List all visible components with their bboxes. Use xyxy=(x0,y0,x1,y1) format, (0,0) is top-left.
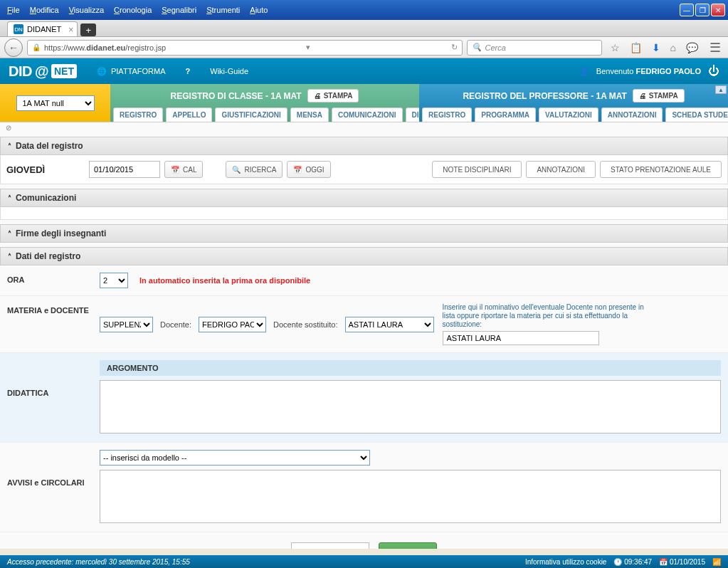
argomento-textarea[interactable] xyxy=(100,380,721,433)
avvisi-textarea[interactable] xyxy=(100,470,721,523)
new-tab-button[interactable]: + xyxy=(80,23,96,36)
docente-select[interactable]: FEDRIGO PAOLO xyxy=(199,317,266,332)
menu-strumenti[interactable]: Strumenti xyxy=(202,4,244,16)
avvisi-label: AVVISI e CIRCOLARI xyxy=(7,450,100,487)
home-icon[interactable]: ⌂ xyxy=(670,42,676,53)
sostituito-select[interactable]: ASTATI LAURA xyxy=(345,317,434,332)
tab-comunicazioni[interactable]: COMUNICAZIONI xyxy=(332,107,403,122)
note-disciplinari-button[interactable]: NOTE DISCIPLINARI xyxy=(432,161,522,178)
oggi-button[interactable]: 📅OGGI xyxy=(287,161,330,178)
section-data-registro[interactable]: ˄ Data del registro xyxy=(0,137,728,155)
bookmark-star-icon[interactable]: ☆ xyxy=(611,42,620,53)
stampa-prof-button[interactable]: 🖨 STAMPA xyxy=(633,89,685,102)
tab-scheda[interactable]: SCHEDA STUDENTE xyxy=(665,107,728,122)
reload-icon[interactable]: ↻ xyxy=(451,43,458,52)
os-titlebar: File Modifica Visualizza Cronologia Segn… xyxy=(0,0,728,20)
tab-programma[interactable]: PROGRAMMA xyxy=(475,107,536,122)
search-icon: 🔍 xyxy=(232,166,241,174)
scroll-up-icon[interactable]: ▲ xyxy=(715,85,727,94)
docente-label: Docente: xyxy=(160,320,191,329)
browser-tab-strip: DN DIDANET × + xyxy=(0,20,728,37)
save-row: ✓ SALVA xyxy=(0,532,728,549)
registro-bands: 1A MAT null REGISTRO DI CLASSE - 1A MAT … xyxy=(0,84,728,122)
url-text: https://www.didanet.eu/registro.jsp xyxy=(44,43,166,52)
avvisi-row: AVVISI e CIRCOLARI -- inserisci da model… xyxy=(0,443,728,532)
tab-close-icon[interactable]: × xyxy=(68,25,73,35)
materia-row: MATERIA e DOCENTE SUPPLENZA Docente: FED… xyxy=(0,296,728,353)
logo-at: @ xyxy=(35,63,48,80)
power-icon[interactable]: ⏻ xyxy=(708,65,719,78)
toolbar-icons: ☆ 📋 ⬇ ⌂ 💬 xyxy=(606,42,702,53)
menu-visualizza[interactable]: Visualizza xyxy=(65,4,108,16)
wiki-link[interactable]: Wiki-Guide xyxy=(210,67,248,75)
maximize-button[interactable]: ❐ xyxy=(695,4,709,16)
section-firme[interactable]: ˄ Firme degli insegnanti xyxy=(0,224,728,243)
tab-annotazioni[interactable]: ANNOTAZIONI xyxy=(601,107,663,122)
data-registro-body: GIOVEDÌ 📅CAL 🔍RICERCA 📅OGGI NOTE DISCIPL… xyxy=(0,155,728,184)
close-button[interactable]: ✕ xyxy=(711,4,725,16)
tab-registro-prof[interactable]: REGISTRO xyxy=(422,107,472,122)
prof-tabs: REGISTRO PROGRAMMA VALUTAZIONI ANNOTAZIO… xyxy=(422,107,725,122)
clipboard-icon[interactable]: 📋 xyxy=(630,42,642,53)
sostituito-label: Docente sostituito: xyxy=(273,320,338,329)
printer-icon: 🖨 xyxy=(314,92,321,100)
logo[interactable]: DID @ NET xyxy=(9,63,77,80)
model-select[interactable]: -- inserisci da modello -- xyxy=(100,450,370,466)
minimize-button[interactable]: — xyxy=(680,4,694,16)
check-icon: ✓ xyxy=(391,547,397,549)
classe-tabs: REGISTRO APPELLO GIUSTIFICAZIONI MENSA C… xyxy=(113,107,416,122)
piattaforma-link[interactable]: 🌐 PIATTAFORMA xyxy=(97,67,166,76)
registro-classe-band: REGISTRO DI CLASSE - 1A MAT 🖨 STAMPA REG… xyxy=(110,84,419,122)
ora-select[interactable]: 2 xyxy=(100,273,128,288)
tab-valutazioni[interactable]: VALUTAZIONI xyxy=(539,107,598,122)
favicon: DN xyxy=(14,24,23,34)
menu-file[interactable]: File xyxy=(3,4,24,16)
menu-aiuto[interactable]: Aiuto xyxy=(246,4,272,16)
globe-icon: 🌐 xyxy=(97,67,107,76)
annotazioni-button[interactable]: ANNOTAZIONI xyxy=(526,161,596,178)
hamburger-menu[interactable]: ☰ xyxy=(707,40,724,56)
save-input[interactable] xyxy=(291,542,369,549)
tab-registro[interactable]: REGISTRO xyxy=(113,107,163,122)
header-right: 👤 Benvenuto FEDRIGO PAOLO ⏻ xyxy=(579,65,719,78)
ora-label: ORA xyxy=(7,273,100,284)
chevron-up-icon: ˄ xyxy=(8,230,11,238)
menu-modifica[interactable]: Modifica xyxy=(26,4,63,16)
sostituito-hint: Inserire qui il nominativo dell'eventual… xyxy=(443,303,649,329)
stampa-classe-button[interactable]: 🖨 STAMPA xyxy=(307,89,359,102)
class-selector-band: 1A MAT null xyxy=(0,84,110,122)
band-classe-title: REGISTRO DI CLASSE - 1A MAT 🖨 STAMPA xyxy=(110,89,419,102)
chat-icon[interactable]: 💬 xyxy=(686,42,698,53)
os-menu: File Modifica Visualizza Cronologia Segn… xyxy=(3,4,272,16)
calendar-icon: 📅 xyxy=(171,166,179,174)
date-input[interactable] xyxy=(89,161,160,178)
tab-appello[interactable]: APPELLO xyxy=(166,107,212,122)
tab-mensa[interactable]: MENSA xyxy=(290,107,329,122)
browser-tab[interactable]: DN DIDANET × xyxy=(7,21,78,36)
lock-icon: 🔒 xyxy=(32,43,41,51)
ricerca-button[interactable]: 🔍RICERCA xyxy=(226,161,283,178)
sostituito-input[interactable] xyxy=(443,331,599,345)
section-dati-registro[interactable]: ˄ Dati del registro xyxy=(0,247,728,265)
download-icon[interactable]: ⬇ xyxy=(652,42,660,53)
comunicazioni-body xyxy=(0,207,728,220)
browser-search[interactable]: 🔍 Cerca xyxy=(467,40,602,56)
cal-button[interactable]: 📅CAL xyxy=(164,161,203,178)
tab-title: DIDANET xyxy=(27,25,61,33)
help-link[interactable]: ? xyxy=(186,67,191,75)
menu-cronologia[interactable]: Cronologia xyxy=(110,4,156,16)
dropdown-icon[interactable]: ▾ xyxy=(306,43,310,52)
back-button[interactable]: ← xyxy=(4,38,23,57)
tab-giustificazioni[interactable]: GIUSTIFICAZIONI xyxy=(215,107,287,122)
menu-segnalibri[interactable]: Segnalibri xyxy=(157,4,201,16)
url-bar[interactable]: 🔒 https://www.didanet.eu/registro.jsp ▾ … xyxy=(27,40,463,56)
stato-prenotazione-button[interactable]: STATO PRENOTAZIONE AULE xyxy=(600,161,722,178)
app-header: DID @ NET 🌐 PIATTAFORMA ? Wiki-Guide 👤 B… xyxy=(0,58,728,84)
section-comunicazioni[interactable]: ˄ Comunicazioni xyxy=(0,189,728,207)
day-label: GIOVEDÌ xyxy=(6,164,85,175)
class-select[interactable]: 1A MAT null xyxy=(16,95,95,111)
registro-prof-band: REGISTRO DEL PROFESSORE - 1A MAT 🖨 STAMP… xyxy=(419,84,728,122)
salva-button[interactable]: ✓ SALVA xyxy=(379,542,437,549)
browser-toolbar: ← 🔒 https://www.didanet.eu/registro.jsp … xyxy=(0,37,728,58)
materia-select[interactable]: SUPPLENZA xyxy=(100,317,153,332)
